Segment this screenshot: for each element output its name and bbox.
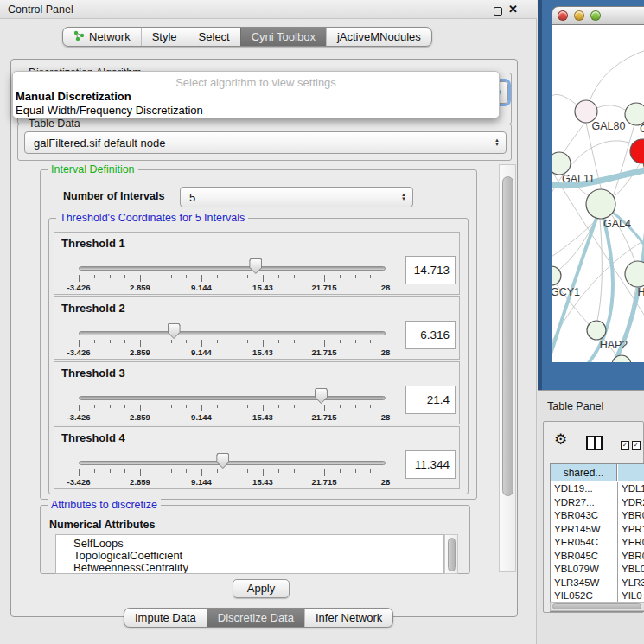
slider-tick-label: 9.144: [182, 348, 221, 357]
table-row[interactable]: YBR045CYBR0: [551, 550, 644, 564]
slider-tick-mark: [247, 340, 248, 343]
dropdown-option-manual-discretization[interactable]: Manual Discretization: [16, 90, 131, 103]
tab-select[interactable]: Select: [188, 28, 240, 46]
table-data-combobox[interactable]: galFiltered.sif default node ▲▼: [24, 131, 507, 154]
table-cell-name[interactable]: YBR0: [622, 510, 644, 520]
settings-gear-icon[interactable]: ⚙: [554, 432, 567, 447]
split-columns-icon[interactable]: [586, 436, 603, 450]
table-cell-shared-name[interactable]: YBL079W: [554, 564, 616, 574]
list-item[interactable]: SelfLoops: [73, 537, 124, 550]
threshold-value-field[interactable]: 6.316: [405, 321, 456, 349]
table-cell-shared-name[interactable]: YBR045C: [554, 551, 616, 561]
number-of-intervals-combobox[interactable]: 5 ▲▼: [180, 187, 413, 207]
threshold-label: Threshold 1: [61, 237, 125, 250]
scrollbar-thumb[interactable]: [448, 538, 456, 571]
select-columns-checkbox-icon[interactable]: ✓: [621, 441, 629, 450]
slider-tick-mark: [186, 275, 187, 278]
threshold-slider-thumb[interactable]: [315, 388, 328, 404]
slider-tick-mark: [171, 405, 172, 408]
close-icon[interactable]: ✕: [508, 3, 518, 16]
network-node[interactable]: [612, 355, 631, 362]
table-cell-name[interactable]: YBL0: [622, 564, 644, 574]
threshold-slider-track[interactable]: [79, 266, 386, 271]
table-cell-name[interactable]: YLR3: [622, 577, 644, 588]
table-row[interactable]: YBR043CYBR0: [551, 509, 644, 523]
threshold-slider-track[interactable]: [79, 461, 386, 465]
numerical-attributes-list[interactable]: SelfLoopsTopologicalCoefficientBetweenne…: [55, 534, 444, 574]
tab-discretize-data[interactable]: Discretize Data: [207, 609, 304, 627]
table-cell-shared-name[interactable]: YLR345W: [554, 577, 616, 588]
table-row[interactable]: YPR145WYPR1: [551, 523, 644, 537]
tab-infer-network[interactable]: Infer Network: [304, 609, 392, 627]
threshold-slider-thumb[interactable]: [216, 453, 229, 469]
network-canvas[interactable]: GAL80GACGAL11GAL4GCY1HHAP2: [552, 25, 644, 362]
network-edge[interactable]: [596, 105, 627, 111]
slider-tick-mark: [309, 275, 309, 278]
attributes-list-scrollbar[interactable]: [444, 534, 458, 574]
tab-style[interactable]: Style: [141, 28, 188, 46]
dropdown-option-equal-width-frequency[interactable]: Equal Width/Frequency Discretization: [16, 104, 203, 117]
network-edge[interactable]: [597, 219, 602, 321]
table-cell-name[interactable]: YER0: [622, 537, 644, 547]
table-row[interactable]: YBL079WYBL0: [551, 563, 644, 577]
tab-network[interactable]: Network: [63, 28, 141, 46]
column-header-name[interactable]: n: [618, 464, 644, 481]
threshold-slider-thumb[interactable]: [249, 258, 262, 274]
slider-tick-mark: [217, 469, 218, 473]
dropdown-placeholder: Select algorithm to view settings: [13, 76, 499, 89]
select-columns-checkbox-icon[interactable]: ✓: [632, 441, 641, 450]
threshold-value-field[interactable]: 11.344: [405, 450, 456, 479]
slider-tick-mark: [247, 275, 248, 278]
network-node[interactable]: [587, 321, 606, 340]
threshold-slider-thumb[interactable]: [168, 323, 181, 339]
table-cell-name[interactable]: YDL1: [622, 483, 644, 494]
network-node[interactable]: [625, 261, 644, 287]
table-cell-shared-name[interactable]: YDL19...: [554, 483, 616, 494]
column-header-shared-name[interactable]: shared...: [551, 464, 617, 481]
list-item[interactable]: BetweennessCentrality: [73, 561, 188, 574]
main-vertical-scrollbar[interactable]: [499, 164, 516, 572]
tab-jactivemnodules[interactable]: jActiveMNodules: [326, 28, 431, 46]
apply-button[interactable]: Apply: [233, 579, 290, 598]
network-edge[interactable]: [590, 49, 644, 101]
slider-tick-mark: [217, 340, 218, 343]
table-cell-shared-name[interactable]: YIL052C: [554, 590, 616, 601]
table-cell-shared-name[interactable]: YER054C: [554, 537, 616, 547]
slider-tick-label: 28: [366, 477, 405, 487]
table-cell-name[interactable]: YIL0: [622, 590, 642, 601]
tab-impute-data[interactable]: Impute Data: [124, 609, 207, 627]
table-row[interactable]: YLR345WYLR3: [551, 577, 644, 590]
network-edge[interactable]: [614, 163, 641, 197]
slider-tick-mark: [233, 469, 233, 473]
network-edge[interactable]: [562, 121, 586, 155]
table-row[interactable]: YDL19...YDL1: [551, 482, 644, 496]
table-horizontal-scrollbar[interactable]: [550, 602, 644, 611]
network-node[interactable]: [552, 152, 571, 175]
scrollbar-thumb[interactable]: [502, 176, 513, 496]
slider-tick-mark: [94, 469, 95, 473]
float-window-icon[interactable]: [494, 7, 502, 16]
list-item[interactable]: TopologicalCoefficient: [73, 549, 182, 562]
network-edge[interactable]: [614, 124, 634, 194]
threshold-slider-track[interactable]: [79, 331, 386, 335]
network-edge[interactable]: [552, 94, 577, 137]
table-cell-shared-name[interactable]: YDR27...: [554, 497, 616, 507]
node-table[interactable]: shared... n YDL19...YDL1YDR27...YDR2YBR0…: [550, 463, 644, 612]
scrollbar-thumb[interactable]: [552, 603, 641, 609]
table-row[interactable]: YDR27...YDR2: [551, 496, 644, 510]
close-traffic-light[interactable]: [558, 10, 568, 21]
slider-tick-mark: [140, 340, 141, 347]
table-cell-shared-name[interactable]: YBR043C: [554, 510, 616, 520]
minimize-traffic-light[interactable]: [574, 10, 584, 21]
network-node[interactable]: [586, 189, 615, 219]
zoom-traffic-light[interactable]: [590, 10, 601, 21]
threshold-slider-track[interactable]: [79, 396, 386, 400]
table-row[interactable]: YER054CYER0: [551, 536, 644, 550]
threshold-value-field[interactable]: 21.4: [405, 386, 456, 414]
threshold-value-field[interactable]: 14.713: [405, 256, 456, 284]
table-cell-shared-name[interactable]: YPR145W: [554, 524, 616, 534]
table-cell-name[interactable]: YPR1: [622, 524, 644, 534]
tab-cyni-toolbox[interactable]: Cyni Toolbox: [240, 28, 326, 46]
table-cell-name[interactable]: YBR0: [622, 551, 644, 561]
table-cell-name[interactable]: YDR2: [622, 497, 644, 507]
